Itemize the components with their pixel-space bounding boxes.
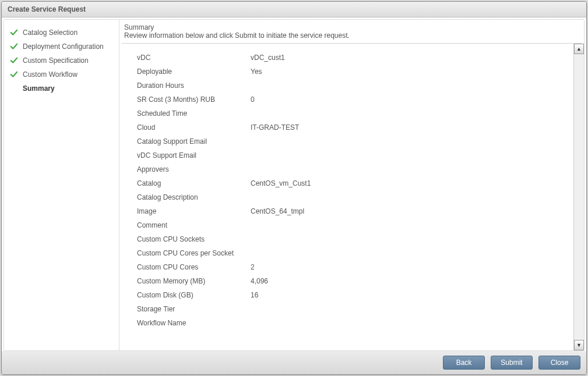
summary-value: 2 bbox=[251, 263, 255, 271]
summary-row: Comment bbox=[137, 218, 556, 232]
summary-label: vDC bbox=[137, 54, 251, 62]
summary-row: Custom CPU Sockets bbox=[137, 232, 556, 246]
summary-label: SR Cost (3 Months) RUB bbox=[137, 95, 251, 104]
dialog-footer: Back Submit Close bbox=[2, 351, 586, 374]
wizard-step-label: Custom Specification bbox=[23, 56, 89, 65]
wizard-step-label: Deployment Configuration bbox=[23, 42, 104, 51]
summary-row: Custom CPU Cores per Socket bbox=[137, 246, 556, 260]
summary-row: DeployableYes bbox=[137, 65, 556, 79]
summary-value: 16 bbox=[251, 291, 258, 299]
summary-value: vDC_cust1 bbox=[251, 54, 285, 62]
submit-button[interactable]: Submit bbox=[491, 356, 533, 370]
summary-label: Comment bbox=[137, 221, 251, 229]
summary-label: Scheduled Time bbox=[137, 109, 251, 118]
content-subtitle: Review information below and click Submi… bbox=[124, 31, 579, 40]
summary-row: Custom Memory (MB)4,096 bbox=[137, 274, 556, 288]
summary-label: Workflow Name bbox=[137, 319, 251, 327]
summary-value: 0 bbox=[251, 95, 255, 104]
checkmark-icon bbox=[10, 70, 18, 79]
summary-row: CloudIT-GRAD-TEST bbox=[137, 120, 556, 134]
dialog-header: Create Service Request bbox=[2, 2, 586, 17]
wizard-step[interactable]: Catalog Selection bbox=[8, 26, 115, 40]
scroll-down-arrow-icon[interactable]: ▼ bbox=[574, 340, 584, 350]
summary-row: Custom CPU Cores2 bbox=[137, 260, 556, 274]
summary-value: Yes bbox=[251, 68, 262, 76]
summary-row: Catalog Description bbox=[137, 190, 556, 204]
summary-rows: vDCvDC_cust1DeployableYesDuration HoursS… bbox=[119, 44, 573, 350]
summary-row: Duration Hours bbox=[137, 79, 556, 93]
checkmark-icon bbox=[10, 56, 18, 65]
summary-label: Cloud bbox=[137, 123, 251, 132]
scroll-up-arrow-icon[interactable]: ▲ bbox=[574, 44, 584, 54]
vertical-scrollbar[interactable]: ▲ ▼ bbox=[573, 44, 584, 350]
summary-label: Custom Disk (GB) bbox=[137, 291, 251, 299]
close-button[interactable]: Close bbox=[538, 356, 580, 370]
summary-row: ImageCentOS_64_tmpl bbox=[137, 204, 556, 218]
content-title: Summary bbox=[124, 23, 579, 31]
summary-label: Custom Memory (MB) bbox=[137, 277, 251, 285]
content-header: Summary Review information below and cli… bbox=[122, 20, 582, 44]
summary-label: Approvers bbox=[137, 165, 251, 173]
summary-row: vDCvDC_cust1 bbox=[137, 51, 556, 65]
summary-row: Approvers bbox=[137, 162, 556, 176]
summary-value: CentOS_64_tmpl bbox=[251, 207, 304, 215]
content-area: Summary Review information below and cli… bbox=[119, 20, 584, 350]
summary-value: 4,096 bbox=[251, 277, 268, 285]
wizard-step[interactable]: Custom Workflow bbox=[8, 68, 115, 81]
summary-label: Duration Hours bbox=[137, 81, 251, 90]
summary-label: Catalog bbox=[137, 179, 251, 187]
summary-label: Custom CPU Cores bbox=[137, 263, 251, 271]
checkmark-icon bbox=[10, 42, 18, 51]
wizard-step-label: Catalog Selection bbox=[23, 29, 78, 37]
wizard-steps-sidebar: Catalog SelectionDeployment Configuratio… bbox=[4, 20, 119, 350]
wizard-step[interactable]: Custom Specification bbox=[8, 54, 115, 68]
wizard-step-label: Summary bbox=[23, 84, 55, 93]
summary-row: vDC Support Email bbox=[137, 148, 556, 162]
summary-label: Storage Tier bbox=[137, 305, 251, 313]
summary-label: Custom CPU Cores per Socket bbox=[137, 249, 251, 257]
summary-row: CatalogCentOS_vm_Cust1 bbox=[137, 176, 556, 190]
summary-label: vDC Support Email bbox=[137, 151, 251, 159]
summary-value: IT-GRAD-TEST bbox=[251, 123, 299, 132]
scroll-area: vDCvDC_cust1DeployableYesDuration HoursS… bbox=[119, 44, 584, 350]
wizard-step: Summary bbox=[8, 81, 115, 95]
summary-row: Custom Disk (GB)16 bbox=[137, 288, 556, 302]
wizard-step[interactable]: Deployment Configuration bbox=[8, 40, 115, 54]
wizard-step-label: Custom Workflow bbox=[23, 70, 78, 79]
summary-row: SR Cost (3 Months) RUB0 bbox=[137, 93, 556, 107]
summary-label: Custom CPU Sockets bbox=[137, 235, 251, 243]
summary-value: CentOS_vm_Cust1 bbox=[251, 179, 311, 187]
summary-row: Storage Tier bbox=[137, 302, 556, 316]
back-button[interactable]: Back bbox=[443, 356, 485, 370]
summary-label: Image bbox=[137, 207, 251, 215]
summary-row: Catalog Support Email bbox=[137, 134, 556, 148]
summary-label: Catalog Description bbox=[137, 193, 251, 201]
summary-label: Deployable bbox=[137, 68, 251, 76]
dialog-title: Create Service Request bbox=[8, 5, 86, 13]
dialog: Create Service Request Catalog Selection… bbox=[1, 1, 587, 375]
summary-row: Workflow Name bbox=[137, 316, 556, 330]
summary-label: Catalog Support Email bbox=[137, 137, 251, 146]
summary-row: Scheduled Time bbox=[137, 107, 556, 120]
dialog-body: Catalog SelectionDeployment Configuratio… bbox=[3, 19, 585, 351]
checkmark-icon bbox=[10, 29, 18, 37]
